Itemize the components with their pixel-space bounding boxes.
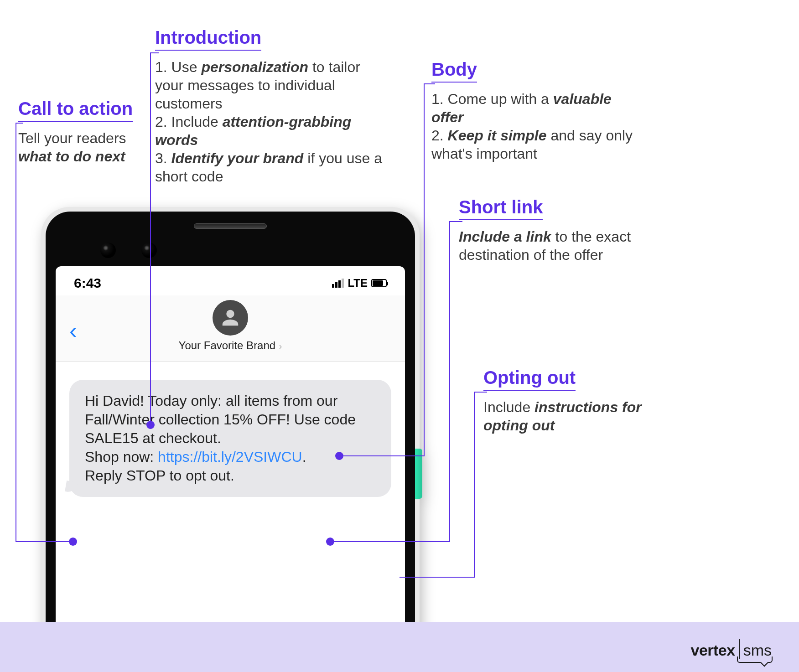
intro-l3-pre: 3. [155, 150, 171, 166]
body-body: 1. Come up with a valuable offer 2. Keep… [431, 90, 641, 163]
signal-bars-icon [332, 279, 344, 288]
chevron-right-icon: › [276, 341, 282, 351]
phone-camera-icon [100, 243, 116, 258]
status-right: LTE [332, 277, 387, 289]
status-bar: 6:43 LTE [56, 266, 405, 295]
phone-speaker [194, 223, 267, 229]
annotation-introduction: Introduction 1. Use personalization to t… [155, 27, 392, 186]
body-l1-pre: 1. Come up with a [431, 91, 553, 107]
sms-link-suffix: . [302, 449, 306, 465]
sms-bubble: Hi David! Today only: all items from our… [69, 380, 391, 497]
sms-body-text: Hi David! Today only: all items from our… [85, 393, 356, 446]
phone-outer-frame: 6:43 LTE ‹ Your Favorite Bra [41, 207, 420, 672]
body-l2-bold: Keep it simple [448, 127, 547, 144]
cta-text: Tell your readers what to do next [18, 129, 137, 165]
body-l2-pre: 2. [431, 127, 448, 144]
phone-screen: 6:43 LTE ‹ Your Favorite Bra [56, 266, 405, 667]
annotation-body: Body 1. Come up with a valuable offer 2.… [431, 59, 641, 163]
optout-text: Include instructions for opting out [483, 398, 666, 434]
sms-cta-label: Shop now: [85, 449, 158, 465]
brand-bubble-icon [737, 656, 773, 663]
intro-l3-bold: Identify your brand [171, 150, 304, 166]
sms-optout-text: Reply STOP to opt out. [85, 467, 234, 484]
body-title: Body [431, 59, 477, 83]
footer-strip [0, 622, 799, 672]
sms-short-link[interactable]: https://bit.ly/2VSIWCU [158, 449, 302, 465]
intro-body: 1. Use personalization to tailor your me… [155, 58, 392, 186]
sender-name-row[interactable]: Your Favorite Brand › [69, 339, 391, 352]
battery-icon [371, 279, 387, 287]
avatar-person-icon [220, 307, 241, 328]
back-chevron-icon[interactable]: ‹ [69, 317, 77, 344]
shortlink-bold: Include a link [459, 228, 551, 245]
avatar[interactable] [213, 300, 248, 336]
optout-pre: Include [483, 399, 534, 415]
intro-l2-pre: 2. Include [155, 114, 223, 130]
conversation-header: ‹ Your Favorite Brand › [56, 295, 405, 362]
intro-title: Introduction [155, 27, 261, 51]
diagram-canvas: Call to action Tell your readers what to… [0, 0, 799, 672]
phone-side-button [415, 449, 422, 499]
intro-l1-bold: personalization [201, 59, 308, 75]
phone-camera-icon [141, 243, 157, 258]
status-time: 6:43 [74, 275, 101, 291]
phone-mockup: 6:43 LTE ‹ Your Favorite Bra [41, 207, 420, 672]
phone-bezel: 6:43 LTE ‹ Your Favorite Bra [46, 212, 415, 667]
network-label: LTE [348, 277, 368, 289]
cta-bold: what to do next [18, 148, 125, 165]
shortlink-title: Short link [459, 197, 543, 220]
intro-l1-pre: 1. Use [155, 59, 201, 75]
shortlink-text: Include a link to the exact destination … [459, 227, 650, 264]
annotation-shortlink: Short link Include a link to the exact d… [459, 197, 650, 264]
annotation-optout: Opting out Include instructions for opti… [483, 367, 666, 434]
cta-pre: Tell your readers [18, 130, 126, 146]
sender-name: Your Favorite Brand [179, 339, 276, 352]
brand-left: vertex [690, 641, 735, 659]
cta-title: Call to action [18, 98, 133, 122]
optout-title: Opting out [483, 367, 576, 391]
annotation-cta: Call to action Tell your readers what to… [18, 98, 137, 165]
